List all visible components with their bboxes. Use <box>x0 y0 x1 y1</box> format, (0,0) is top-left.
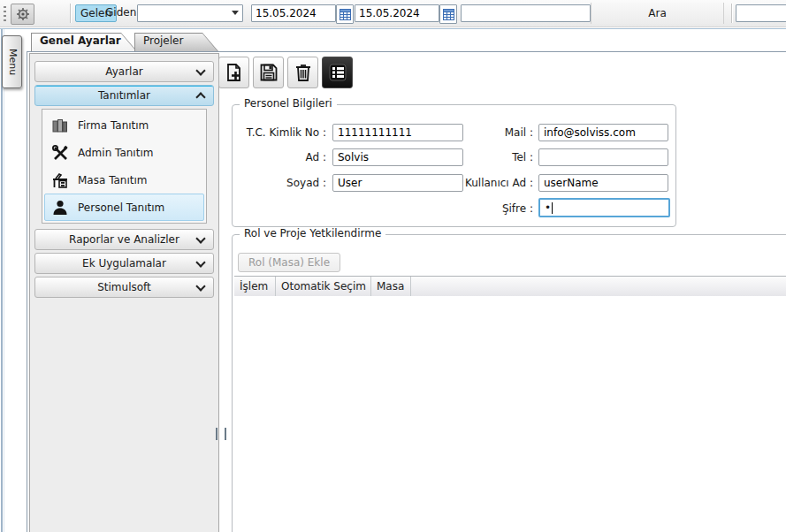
list-view-button[interactable] <box>322 57 353 88</box>
app-settings-button[interactable] <box>11 4 34 25</box>
accordion-section-stimulsoft[interactable]: Stimulsoft <box>34 277 214 298</box>
sifre-input[interactable]: • <box>538 198 670 217</box>
column-header-filler <box>411 277 786 296</box>
tab-label: Projeler <box>143 34 183 47</box>
sidebar: Ayarlar Tanıtımlar Firma Tanıtım <box>29 53 219 532</box>
left-edge-line <box>1 29 3 532</box>
mail-label: Mail : <box>392 124 533 141</box>
new-document-icon <box>224 62 245 83</box>
accordion-section-ek-uygulamalar[interactable]: Ek Uygulamalar <box>34 253 214 274</box>
column-header-otomatik-secim[interactable]: Otomatik Seçim <box>276 277 371 296</box>
sidebar-item-masa-tanitim[interactable]: Masa Tanıtım <box>44 166 204 194</box>
sifre-label: Şifre : <box>392 200 533 217</box>
splitter-handle[interactable] <box>216 428 226 440</box>
chevron-down-icon <box>195 65 205 75</box>
record-toolbar <box>218 57 353 88</box>
kullanici-ad-label: Kullanıcı Ad : <box>392 174 533 192</box>
mail-input[interactable] <box>538 124 668 141</box>
roles-table-body[interactable] <box>234 296 786 532</box>
desk-icon <box>50 171 70 190</box>
text-caret <box>552 202 553 214</box>
rol-proje-groupbox: Rol ve Proje Yetkilendirme Rol (Masa) Ek… <box>232 234 786 532</box>
toolbar-search-input[interactable] <box>461 4 591 22</box>
new-record-button[interactable] <box>218 57 249 88</box>
date-to-input[interactable] <box>355 4 439 22</box>
calendar-icon <box>340 9 351 20</box>
rol-masa-ekle-button[interactable]: Rol (Masa) Ekle <box>238 253 340 272</box>
password-dot: • <box>545 201 551 214</box>
section-label: Raporlar ve Analizler <box>69 233 179 246</box>
soyad-label: Soyad : <box>240 174 326 192</box>
tc-kimlik-label: T.C. Kimlik No : <box>240 124 326 141</box>
sidebar-item-label: Personel Tanıtım <box>78 201 164 214</box>
toolbar-separator <box>731 4 732 23</box>
accordion-section-tanitimlar[interactable]: Tanıtımlar <box>34 85 214 106</box>
company-books-icon <box>50 116 70 135</box>
save-icon <box>258 62 279 83</box>
sidebar-item-label: Firma Tanıtım <box>78 119 149 132</box>
chevron-down-icon <box>195 257 205 267</box>
trash-icon <box>293 62 314 83</box>
section-label: Ayarlar <box>105 65 142 78</box>
toolbar-extra-input[interactable] <box>736 4 786 22</box>
chevron-down-icon <box>232 11 239 15</box>
save-button[interactable] <box>253 57 284 88</box>
app-window: { "toolbar": { "gelen": "Gelen", "giden"… <box>0 0 786 532</box>
tools-icon <box>50 143 70 163</box>
chevron-up-icon <box>195 92 205 102</box>
top-toolbar: Gelen Giden Ara <box>0 0 786 27</box>
list-icon <box>327 62 348 83</box>
tel-label: Tel : <box>392 148 533 166</box>
ara-button[interactable]: Ara <box>591 3 724 24</box>
sidebar-item-personel-tanitim[interactable]: Personel Tanıtım <box>44 194 204 221</box>
tab-label: Genel Ayarlar <box>40 34 121 47</box>
tab-projeler[interactable]: Projeler <box>134 33 218 51</box>
roles-table-header: İşlem Otomatik Seçim Masa <box>234 276 786 297</box>
groupbox-title: Rol ve Proje Yetkilendirme <box>240 227 385 239</box>
sidebar-item-admin-tanitim[interactable]: Admin Tanıtım <box>44 139 204 166</box>
giden-toggle[interactable]: Giden <box>101 4 141 20</box>
left-edge-line-light <box>4 29 4 532</box>
sidebar-item-firma-tanitim[interactable]: Firma Tanıtım <box>44 111 204 139</box>
column-header-islem[interactable]: İşlem <box>234 277 276 296</box>
tanitimlar-items-panel: Firma Tanıtım Admin Tanıtım <box>42 109 207 224</box>
calendar-icon <box>443 9 454 20</box>
delete-button[interactable] <box>287 57 318 88</box>
chevron-down-icon <box>195 233 205 243</box>
date-to-picker-button[interactable] <box>439 4 457 24</box>
column-header-masa[interactable]: Masa <box>371 277 411 296</box>
tel-input[interactable] <box>538 148 668 166</box>
menu-vertical-tab[interactable]: Menu <box>2 35 22 88</box>
tab-genel-ayarlar[interactable]: Genel Ayarlar <box>31 33 137 51</box>
date-from-picker-button[interactable] <box>336 4 354 24</box>
filter-combobox[interactable] <box>137 4 243 22</box>
chevron-down-icon <box>195 281 205 291</box>
section-label: Ek Uygulamalar <box>82 257 166 270</box>
sidebar-item-label: Admin Tanıtım <box>78 147 153 159</box>
section-label: Tanıtımlar <box>98 89 150 102</box>
toolbar-separator <box>70 4 71 23</box>
date-from-input[interactable] <box>251 4 336 22</box>
toolbar-divider-line <box>0 28 786 29</box>
section-label: Stimulsoft <box>97 281 151 293</box>
kullanici-ad-input[interactable] <box>538 174 668 192</box>
sidebar-item-label: Masa Tanıtım <box>78 174 148 186</box>
groupbox-title: Personel Bilgileri <box>240 97 337 110</box>
person-icon <box>50 198 70 217</box>
gear-icon <box>16 7 30 21</box>
toolbar-drag-grip[interactable] <box>4 6 6 21</box>
ad-label: Ad : <box>240 148 326 166</box>
accordion-section-ayarlar[interactable]: Ayarlar <box>34 61 214 82</box>
personel-bilgileri-groupbox: Personel Bilgileri T.C. Kimlik No : Ad :… <box>232 104 676 227</box>
accordion-section-raporlar[interactable]: Raporlar ve Analizler <box>34 229 214 250</box>
